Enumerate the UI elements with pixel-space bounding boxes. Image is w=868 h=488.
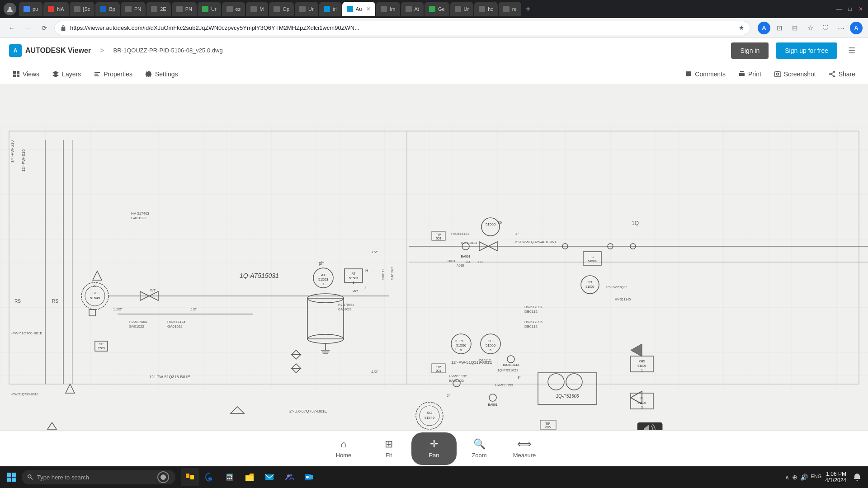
tab-pn1[interactable]: PN (121, 2, 146, 16)
tab-2e[interactable]: 2E (146, 2, 170, 16)
back-button[interactable]: ← (5, 22, 18, 34)
tab-bp[interactable]: Bp (95, 2, 119, 16)
pan-label: Pan (429, 452, 439, 459)
taskbar-app-teams[interactable] (280, 468, 298, 486)
cast-icon[interactable]: ⊡ (773, 22, 786, 34)
svg-text:51503: 51503 (349, 277, 358, 280)
tab-tri[interactable]: tri (319, 2, 341, 16)
maximize-button[interactable]: □ (846, 5, 854, 13)
tab-im[interactable]: Im (376, 2, 400, 16)
svg-text:51506: 51506 (456, 343, 467, 347)
tab-ge[interactable]: Ge (425, 2, 449, 16)
share-icon (829, 70, 836, 78)
tab-bar: pu NA [Sc Bp PN 2E PN Ur (4, 2, 830, 16)
minimize-button[interactable]: — (835, 5, 843, 13)
hamburger-menu[interactable]: ☰ (844, 43, 859, 58)
svg-text:51549: 51549 (90, 296, 100, 300)
views-button[interactable]: Views (7, 68, 45, 80)
svg-text:IC: IC (591, 255, 594, 258)
network-icon[interactable]: ⊕ (792, 474, 797, 481)
reload-button[interactable]: ⟳ (38, 22, 51, 34)
profile-avatar[interactable]: A (850, 22, 863, 34)
svg-text:RS: RS (52, 299, 58, 304)
taskbar-app-outlook[interactable] (300, 468, 318, 486)
home-button[interactable]: ⌂ Home (321, 432, 366, 465)
profile-circle[interactable] (4, 3, 16, 15)
sidebar-icon[interactable]: ⊟ (788, 22, 801, 34)
speaker-icon[interactable]: 🔊 (800, 474, 808, 481)
svg-text:HV-511145: HV-511145 (615, 298, 631, 301)
layers-button[interactable]: Layers (47, 68, 86, 80)
start-button[interactable] (4, 469, 20, 485)
signin-button[interactable]: Sign in (731, 42, 769, 59)
svg-text:GA01022: GA01022 (391, 267, 394, 280)
svg-rect-174 (190, 475, 194, 479)
measure-button[interactable]: ⟺ Measure (502, 432, 547, 465)
tab-ur1[interactable]: Ur (198, 2, 221, 16)
close-button[interactable]: ✕ (857, 5, 864, 13)
tab-au-active[interactable]: Au ✕ (342, 2, 375, 16)
lock-icon (60, 25, 66, 31)
svg-rect-5 (94, 72, 100, 73)
settings-icon[interactable]: ⋯ (835, 22, 847, 34)
shield-icon[interactable]: 🛡 (819, 22, 832, 34)
share-button[interactable]: Share (823, 68, 861, 80)
tab-m[interactable]: M (246, 2, 268, 16)
svg-text:SP: SP (99, 343, 104, 346)
settings-button[interactable]: Settings (140, 68, 184, 80)
svg-text:.1/2": .1/2" (190, 307, 197, 311)
tab-pu[interactable]: pu (19, 2, 42, 16)
svg-text:51506: 51506 (588, 259, 597, 263)
views-label: Views (23, 70, 39, 78)
taskbar-tray: ∧ ⊕ 🔊 ENG 1:06 PM 4/1/2024 (785, 468, 864, 486)
taskbar-app-mail[interactable] (260, 468, 278, 486)
layers-label: Layers (62, 70, 81, 78)
drawing-canvas[interactable]: 14"-PW-S10 12"-PW-S10 RS RS SC 51549 27 (0, 85, 868, 430)
chevron-up-icon[interactable]: ∧ (785, 474, 789, 481)
tab-na[interactable]: NA (43, 2, 68, 16)
tab-sc[interactable]: [Sc (70, 2, 95, 16)
taskbar-app-calculator[interactable] (221, 468, 239, 486)
signup-button[interactable]: Sign up for free (776, 42, 837, 59)
svg-point-172 (160, 474, 166, 480)
taskbar-clock[interactable]: 1:06 PM 4/1/2024 (825, 471, 846, 483)
extensions-icon[interactable]: A (758, 22, 770, 34)
tab-op[interactable]: Op (269, 2, 294, 16)
print-button[interactable]: Print (733, 68, 767, 80)
bookmark-icon[interactable]: ☆ (804, 22, 816, 34)
svg-rect-7 (94, 75, 99, 76)
taskbar-search[interactable]: Type here to search (22, 470, 175, 484)
properties-button[interactable]: Properties (88, 68, 138, 80)
taskbar-app-explorer[interactable] (241, 468, 259, 486)
tab-pn2[interactable]: PN (172, 2, 197, 16)
taskbar-app-files[interactable] (181, 468, 199, 486)
zoom-button[interactable]: 🔍 Zoom (457, 432, 502, 465)
svg-text:HV-511132: HV-511132 (449, 374, 467, 378)
svg-rect-6 (94, 74, 98, 75)
tab-at[interactable]: At (401, 2, 424, 16)
address-box[interactable]: https://viewer.autodesk.com/id/dXJuOmFkc… (54, 21, 750, 35)
window-controls: — □ ✕ (835, 5, 864, 13)
tab-re[interactable]: re (499, 2, 521, 16)
forward-button[interactable]: → (22, 22, 34, 34)
browser-toolbar-icons: A ⊡ ⊟ ☆ 🛡 ⋯ A (758, 22, 863, 34)
fit-button[interactable]: ⊞ Fit (366, 432, 411, 465)
svg-text:BA-513143: BA-513143 (503, 363, 519, 366)
notification-button[interactable] (850, 468, 864, 486)
share-label: Share (839, 70, 855, 78)
svg-rect-1 (13, 71, 16, 74)
svg-text:GA01022: GA01022 (338, 308, 352, 311)
screenshot-button[interactable]: Screenshot (769, 68, 821, 80)
tab-hc[interactable]: hc (474, 2, 498, 16)
tab-close-icon[interactable]: ✕ (366, 6, 371, 12)
taskbar-app-edge[interactable] (201, 468, 219, 486)
breadcrumb-sep: > (100, 47, 104, 55)
new-tab-button[interactable]: + (522, 5, 534, 14)
pan-button[interactable]: ✛ Pan (411, 432, 457, 465)
tab-ez[interactable]: ez (222, 2, 245, 16)
svg-text:6"-PW-51Q325-A01E-W1: 6"-PW-51Q325-A01E-W1 (515, 240, 557, 244)
tab-ur2[interactable]: Ur (295, 2, 318, 16)
tab-ur3[interactable]: Ur (450, 2, 474, 16)
star-icon[interactable] (738, 25, 745, 31)
comments-button[interactable]: Comments (679, 68, 731, 80)
